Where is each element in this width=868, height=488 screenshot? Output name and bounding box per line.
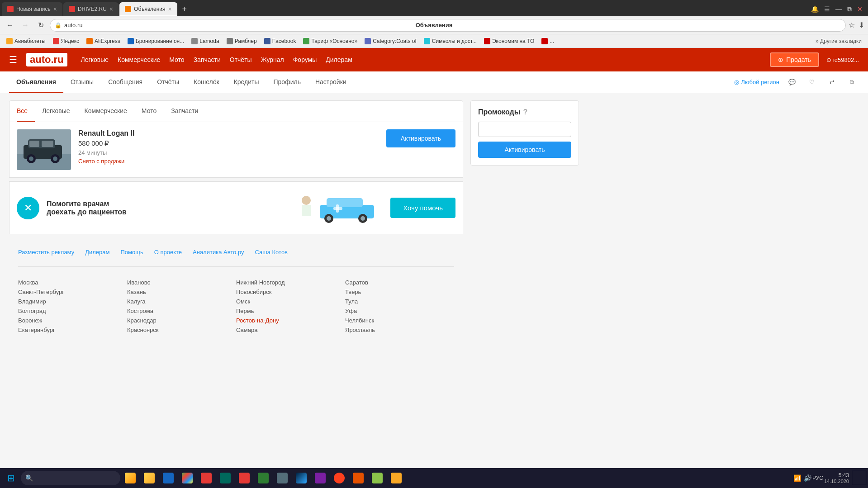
city-volgograd[interactable]: Волгоград — [18, 306, 127, 316]
taskbar-app-lime[interactable] — [368, 469, 386, 487]
minimize-btn[interactable]: — — [835, 5, 842, 13]
footer-link-sasha[interactable]: Саша Котов — [255, 249, 288, 256]
compare-icon-btn[interactable]: ⇄ — [825, 75, 839, 90]
tab-close-3[interactable]: × — [168, 5, 172, 13]
taskbar-app-purple[interactable] — [311, 469, 329, 487]
nav-otchety[interactable]: Отчёты — [230, 56, 252, 63]
nav-dileram[interactable]: Дилерам — [326, 56, 352, 63]
notifications-icon[interactable]: 🔔 — [811, 5, 819, 13]
hamburger-icon[interactable]: ☰ — [9, 54, 17, 65]
back-btn[interactable]: ← — [4, 19, 16, 32]
tab-close-2[interactable]: × — [109, 5, 113, 13]
city-perm[interactable]: Пермь — [236, 306, 345, 316]
subnav-otchety[interactable]: Отчёты — [150, 72, 186, 93]
help-btn[interactable]: Хочу помочь — [390, 198, 455, 218]
city-voronezh[interactable]: Воронеж — [18, 316, 127, 325]
forward-btn[interactable]: → — [19, 19, 32, 32]
tab-obyavleniya[interactable]: Объявления × — [119, 2, 177, 16]
city-ufa[interactable]: Уфа — [345, 306, 454, 316]
bookmark-tarif[interactable]: Тариф «Основно» — [300, 37, 360, 45]
taskbar-app-ps[interactable] — [292, 469, 310, 487]
reload-btn[interactable]: ↻ — [34, 19, 47, 32]
taskbar-app-browser[interactable] — [159, 469, 177, 487]
cart-icon-btn[interactable]: ⧉ — [844, 75, 859, 90]
help-icon[interactable]: ? — [523, 108, 527, 116]
subnav-nastroyki[interactable]: Настройки — [308, 72, 354, 93]
bookmark-booking[interactable]: Бронирование он... — [125, 37, 187, 45]
city-kazan[interactable]: Казань — [127, 287, 236, 297]
footer-link-dileram[interactable]: Дилерам — [85, 249, 109, 256]
city-rostov[interactable]: Ростов-на-Дону — [236, 316, 345, 325]
subnav-otzyvy[interactable]: Отзывы — [63, 72, 101, 93]
city-spb[interactable]: Санкт-Петербург — [18, 287, 127, 297]
subnav-soobshcheniya[interactable]: Сообщения — [101, 72, 150, 93]
city-omsk[interactable]: Омск — [236, 297, 345, 306]
region-button[interactable]: ◎ Любой регион — [734, 79, 779, 85]
bookmark-yandex[interactable]: Яндекс — [50, 37, 82, 45]
bookmarks-more-btn[interactable]: » Другие закладки — [813, 37, 864, 45]
subnav-koshelek[interactable]: Кошелёк — [186, 72, 227, 93]
promo-input[interactable] — [478, 122, 571, 137]
footer-link-analitika[interactable]: Аналитика Авто.ру — [193, 249, 244, 256]
taskbar-app-green[interactable] — [254, 469, 272, 487]
taskbar-app-red2[interactable] — [235, 469, 253, 487]
taskbar-app-red1[interactable] — [197, 469, 215, 487]
nav-moto[interactable]: Мото — [169, 56, 184, 63]
city-moskva[interactable]: Москва — [18, 278, 127, 287]
filter-tab-kommercheskie[interactable]: Коммерческие — [77, 101, 134, 122]
subnav-profil[interactable]: Профиль — [266, 72, 308, 93]
taskbar-app-folder[interactable] — [140, 469, 158, 487]
sell-button[interactable]: ⊕ Продать — [770, 52, 819, 67]
bookmark-simvoly[interactable]: Символы и дост... — [421, 37, 479, 45]
heart-icon-btn[interactable]: ♡ — [805, 75, 819, 90]
activate-listing-btn[interactable]: Активировать — [386, 129, 455, 147]
taskbar-app-orange[interactable] — [349, 469, 367, 487]
download-icon[interactable]: ⬇ — [859, 21, 864, 29]
city-krasnodar[interactable]: Краснодар — [127, 316, 236, 325]
bookmark-icon[interactable]: ☆ — [849, 21, 855, 29]
maximize-btn[interactable]: ⧉ — [847, 5, 852, 13]
city-chelyabinsk[interactable]: Челябинск — [345, 316, 454, 325]
user-button[interactable]: ⊙ id59802... — [826, 57, 859, 63]
city-samara[interactable]: Самара — [236, 325, 345, 335]
footer-link-proekte[interactable]: О проекте — [154, 249, 182, 256]
promo-activate-btn[interactable]: Активировать — [478, 142, 571, 158]
city-novosib[interactable]: Новосибирск — [236, 287, 345, 297]
nav-forumi[interactable]: Форумы — [293, 56, 317, 63]
city-yaroslavl[interactable]: Ярославль — [345, 325, 454, 335]
bookmark-rambler[interactable]: Рамблер — [224, 37, 260, 45]
taskbar-app-explorer[interactable] — [121, 469, 139, 487]
menu-icon[interactable]: ☰ — [824, 5, 830, 13]
bookmark-aviabilety[interactable]: Авиабилеты — [4, 37, 48, 45]
tab-nova-zapis[interactable]: Новая запись × — [2, 2, 62, 16]
city-krasnoyarsk[interactable]: Красноярск — [127, 325, 236, 335]
city-kaluga[interactable]: Калуга — [127, 297, 236, 306]
filter-tab-zapchasti[interactable]: Запчасти — [164, 101, 205, 122]
taskbar-search-bar[interactable]: 🔍 — [21, 471, 120, 485]
chat-icon-btn[interactable]: 💬 — [785, 75, 799, 90]
new-tab-btn[interactable]: + — [178, 3, 191, 15]
subnav-obyavleniya[interactable]: Объявления — [9, 72, 63, 93]
nav-kommercheskie[interactable]: Коммерческие — [118, 56, 160, 63]
filter-tab-all[interactable]: Все — [17, 101, 35, 122]
taskbar-app-yandex[interactable] — [330, 469, 348, 487]
subnav-kredity[interactable]: Кредиты — [227, 72, 266, 93]
bookmark-yt2[interactable]: ... — [539, 37, 557, 45]
bookmark-aliexpress[interactable]: AliExpress — [84, 37, 123, 45]
footer-link-pomosh[interactable]: Помощь — [120, 249, 143, 256]
tab-close-1[interactable]: × — [53, 5, 57, 13]
site-logo[interactable]: auto.ru — [26, 53, 67, 66]
city-tver[interactable]: Тверь — [345, 287, 454, 297]
show-desktop-btn[interactable] — [852, 471, 866, 485]
nav-legkovye[interactable]: Легковые — [81, 56, 109, 63]
nav-zhurnal[interactable]: Журнал — [261, 56, 284, 63]
bookmark-coats[interactable]: Category:Coats of — [362, 37, 419, 45]
close-btn[interactable]: ✕ — [857, 5, 863, 13]
nav-zapchasti[interactable]: Запчасти — [194, 56, 221, 63]
bookmark-facebook[interactable]: Facebook — [261, 37, 299, 45]
city-vladimir[interactable]: Владимир — [18, 297, 127, 306]
taskbar-app-yellow[interactable] — [387, 469, 405, 487]
tab-drive2[interactable]: DRIVE2.RU × — [63, 2, 119, 16]
city-kostroma[interactable]: Кострома — [127, 306, 236, 316]
footer-link-reklama[interactable]: Разместить рекламу — [18, 249, 74, 256]
